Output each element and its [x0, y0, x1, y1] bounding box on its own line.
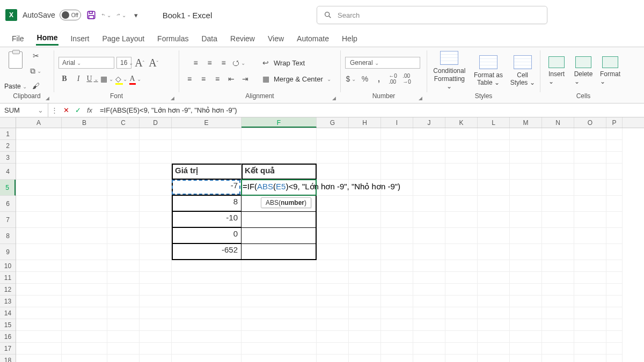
- cell-E13[interactable]: [172, 295, 241, 307]
- align-left-icon[interactable]: ≡: [184, 73, 195, 85]
- cell-N8[interactable]: [542, 228, 574, 244]
- cell-J18[interactable]: [413, 354, 445, 362]
- cell-B3[interactable]: [62, 152, 107, 164]
- cell-A14[interactable]: [16, 307, 62, 319]
- tab-file[interactable]: File: [11, 32, 25, 45]
- cell-L16[interactable]: [478, 331, 510, 343]
- cell-C16[interactable]: [107, 331, 140, 343]
- formula-options-icon[interactable]: ⋮: [48, 106, 60, 114]
- col-header-o[interactable]: O: [574, 117, 606, 128]
- cell-A13[interactable]: [16, 295, 62, 307]
- cell-J2[interactable]: [413, 140, 445, 152]
- cell-I17[interactable]: [381, 343, 413, 354]
- col-header-g[interactable]: G: [317, 117, 349, 128]
- cell-N17[interactable]: [542, 343, 574, 354]
- cell-M4[interactable]: [510, 164, 542, 180]
- cell-J6[interactable]: [413, 196, 445, 212]
- cell-L9[interactable]: [478, 244, 510, 260]
- cell-J1[interactable]: [413, 128, 445, 140]
- cell-F15[interactable]: [241, 319, 317, 331]
- cell-H3[interactable]: [349, 152, 381, 164]
- cell-F8[interactable]: [241, 228, 317, 244]
- cell-I18[interactable]: [381, 354, 413, 362]
- row-header-13[interactable]: 13: [0, 295, 16, 307]
- format-cells-button[interactable]: Format⌄: [598, 56, 622, 85]
- cell-B15[interactable]: [62, 319, 107, 331]
- cell-K14[interactable]: [445, 307, 478, 319]
- cell-J15[interactable]: [413, 319, 445, 331]
- cell-O5[interactable]: [574, 180, 606, 196]
- cell-B16[interactable]: [62, 331, 107, 343]
- cell-L6[interactable]: [478, 196, 510, 212]
- cell-I12[interactable]: [381, 284, 413, 295]
- save-icon[interactable]: [86, 10, 96, 20]
- cell-N7[interactable]: [542, 212, 574, 228]
- cell-P18[interactable]: [606, 354, 623, 362]
- align-right-icon[interactable]: ≡: [211, 73, 223, 85]
- cell-L10[interactable]: [478, 260, 510, 272]
- cell-N6[interactable]: [542, 196, 574, 212]
- cell-D11[interactable]: [140, 272, 172, 284]
- cell-O1[interactable]: [574, 128, 606, 140]
- cell-M17[interactable]: [510, 343, 542, 354]
- cell-H17[interactable]: [349, 343, 381, 354]
- cell-M2[interactable]: [510, 140, 542, 152]
- italic-button[interactable]: I: [72, 73, 84, 85]
- row-header-6[interactable]: 6: [0, 196, 16, 212]
- cell-N12[interactable]: [542, 284, 574, 295]
- cell-P17[interactable]: [606, 343, 623, 354]
- tab-page-layout[interactable]: Page Layout: [101, 32, 145, 45]
- cell-N9[interactable]: [542, 244, 574, 260]
- insert-function-button[interactable]: fx: [84, 106, 96, 114]
- cell-J12[interactable]: [413, 284, 445, 295]
- tab-data[interactable]: Data: [200, 32, 218, 45]
- cell-F14[interactable]: [241, 307, 317, 319]
- cell-N11[interactable]: [542, 272, 574, 284]
- cell-C3[interactable]: [107, 152, 140, 164]
- cell-P9[interactable]: [606, 244, 623, 260]
- cell-K6[interactable]: [445, 196, 478, 212]
- cell-I16[interactable]: [381, 331, 413, 343]
- accounting-format-button[interactable]: $: [345, 73, 357, 85]
- cell-K11[interactable]: [445, 272, 478, 284]
- row-header-9[interactable]: 9: [0, 244, 16, 260]
- row-header-12[interactable]: 12: [0, 284, 16, 295]
- underline-button[interactable]: U: [86, 73, 98, 85]
- cell-G4[interactable]: [317, 164, 349, 180]
- cell-B11[interactable]: [62, 272, 107, 284]
- enter-formula-button[interactable]: ✓: [72, 106, 84, 114]
- cell-editor-overlay[interactable]: =IF(ABS(E5)<9, "Lớn hơn -9", "Nhỏ hơn -9…: [243, 182, 400, 191]
- tab-home[interactable]: Home: [36, 31, 59, 46]
- cell-M3[interactable]: [510, 152, 542, 164]
- cell-C5[interactable]: [107, 180, 140, 196]
- cell-P6[interactable]: [606, 196, 623, 212]
- col-header-l[interactable]: L: [478, 117, 510, 128]
- cell-M8[interactable]: [510, 228, 542, 244]
- cell-C9[interactable]: [107, 244, 140, 260]
- cell-F9[interactable]: [241, 244, 317, 260]
- cell-G8[interactable]: [317, 228, 349, 244]
- conditional-formatting-button[interactable]: ConditionalFormatting ⌄: [431, 51, 467, 90]
- cell-M15[interactable]: [510, 319, 542, 331]
- cell-C7[interactable]: [107, 212, 140, 228]
- cell-C12[interactable]: [107, 284, 140, 295]
- formula-input[interactable]: =IF(ABS(E5)<9, "Lớn hơn -9", "Nhỏ hơn -9…: [96, 106, 644, 114]
- row-header-17[interactable]: 17: [0, 343, 16, 354]
- cell-L2[interactable]: [478, 140, 510, 152]
- cell-P8[interactable]: [606, 228, 623, 244]
- cell-G1[interactable]: [317, 128, 349, 140]
- col-header-k[interactable]: K: [445, 117, 478, 128]
- cell-G14[interactable]: [317, 307, 349, 319]
- cell-N1[interactable]: [542, 128, 574, 140]
- orientation-icon[interactable]: ⭯: [232, 57, 245, 69]
- clipboard-launcher-icon[interactable]: ◢: [46, 95, 49, 101]
- cell-E12[interactable]: [172, 284, 241, 295]
- cell-A4[interactable]: [16, 164, 62, 180]
- cell-L7[interactable]: [478, 212, 510, 228]
- cell-P7[interactable]: [606, 212, 623, 228]
- cell-F2[interactable]: [241, 140, 317, 152]
- font-color-button[interactable]: A: [129, 73, 141, 85]
- align-middle-icon[interactable]: ≡: [204, 57, 216, 69]
- cell-A8[interactable]: [16, 228, 62, 244]
- cell-G7[interactable]: [317, 212, 349, 228]
